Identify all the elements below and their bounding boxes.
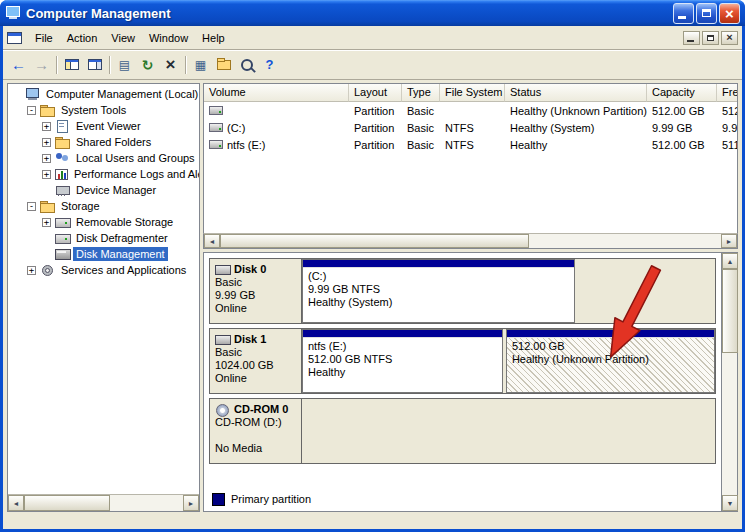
tree-item-services-and-applications[interactable]: + Services and Applications xyxy=(8,262,199,278)
volume-list: VolumeLayoutTypeFile SystemStatusCapacit… xyxy=(203,83,738,233)
menu-action[interactable]: Action xyxy=(60,30,105,46)
tree-item-event-viewer[interactable]: + Event Viewer xyxy=(8,118,199,134)
close-button[interactable]: × xyxy=(719,3,740,24)
back-button[interactable]: ← xyxy=(7,54,30,76)
volume-type: Basic xyxy=(402,122,440,134)
volume-layout: Partition xyxy=(349,122,402,134)
tree-item-computer-management-local[interactable]: Computer Management (Local) xyxy=(8,86,199,102)
attributes-button[interactable]: ▦ xyxy=(189,54,212,76)
volume-row[interactable]: (C:) Partition Basic NTFS Healthy (Syste… xyxy=(204,119,737,136)
disk-header[interactable]: Disk 0 Basic 9.99 GB Online xyxy=(210,259,302,323)
tree-item-disk-defragmenter[interactable]: Disk Defragmenter xyxy=(8,230,199,246)
disk-view-vertical-scrollbar[interactable]: ▲ ▼ xyxy=(722,252,738,512)
title-bar[interactable]: Computer Management × xyxy=(0,0,745,26)
column-header-file-system[interactable]: File System xyxy=(440,84,505,102)
minimize-button[interactable] xyxy=(673,3,694,24)
properties-button[interactable]: ▤ xyxy=(113,54,136,76)
mdi-close-button[interactable]: × xyxy=(721,31,738,45)
tree-item-label: Disk Management xyxy=(73,247,168,261)
menu-bar: FileActionViewWindowHelp × xyxy=(3,26,742,50)
console-window-icon[interactable] xyxy=(7,32,22,44)
scroll-left-icon[interactable]: ◄ xyxy=(8,495,24,511)
volume-free-space: 511.99 GB xyxy=(717,139,738,151)
storage-icon xyxy=(40,200,55,213)
tree-item-disk-management[interactable]: Disk Management xyxy=(8,246,199,262)
expander-icon[interactable]: + xyxy=(42,122,51,131)
volume-capacity: 512.00 GB xyxy=(647,139,717,151)
scrollbar-thumb[interactable] xyxy=(220,234,529,248)
mdi-minimize-button[interactable] xyxy=(683,31,700,45)
column-header-volume[interactable]: Volume xyxy=(204,84,349,102)
forward-button[interactable]: → xyxy=(30,54,53,76)
menu-window[interactable]: Window xyxy=(142,30,195,46)
scrollbar-thumb[interactable] xyxy=(24,495,110,511)
scroll-right-icon[interactable]: ► xyxy=(721,234,737,248)
volume-type: Basic xyxy=(402,105,440,117)
disk-header[interactable]: Disk 1 Basic 1024.00 GB Online xyxy=(210,329,302,393)
volume-free-space: 9.99 GB xyxy=(717,122,738,134)
show-action-pane-button[interactable] xyxy=(83,54,106,76)
tree-horizontal-scrollbar[interactable]: ◄ ► xyxy=(8,494,199,511)
expander-icon[interactable]: + xyxy=(42,154,51,163)
disk-name: Disk 1 xyxy=(234,333,266,345)
tree-item-local-users-and-groups[interactable]: + Local Users and Groups xyxy=(8,150,199,166)
volume-list-body: Partition Basic Healthy (Unknown Partiti… xyxy=(204,102,737,153)
column-header-capacity[interactable]: Capacity xyxy=(647,84,717,102)
column-header-status[interactable]: Status xyxy=(505,84,647,102)
disk-name: CD-ROM 0 xyxy=(234,403,288,415)
tree-item-system-tools[interactable]: - System Tools xyxy=(8,102,199,118)
tree-item-device-manager[interactable]: Device Manager xyxy=(8,182,199,198)
expander-icon[interactable]: - xyxy=(27,202,36,211)
legend-label: Primary partition xyxy=(231,493,311,505)
mdi-minimize-icon xyxy=(687,40,694,42)
partition[interactable]: ntfs (E:) 512.00 GB NTFS Healthy xyxy=(302,329,503,393)
expander-icon[interactable]: + xyxy=(42,170,51,179)
scroll-down-icon[interactable]: ▼ xyxy=(722,495,738,511)
zoom-button[interactable] xyxy=(235,54,258,76)
show-console-tree-button[interactable] xyxy=(60,54,83,76)
maximize-button[interactable] xyxy=(696,3,717,24)
scrollbar-thumb[interactable] xyxy=(722,269,738,353)
volume-list-horizontal-scrollbar[interactable]: ◄ ► xyxy=(203,233,738,249)
tree-item-storage[interactable]: - Storage xyxy=(8,198,199,214)
menu-file[interactable]: File xyxy=(28,30,60,46)
disk-drive-icon xyxy=(215,334,230,345)
tree-item-shared-folders[interactable]: + Shared Folders xyxy=(8,134,199,150)
partition-color-strip xyxy=(303,330,502,338)
partition-status: Healthy (System) xyxy=(308,296,569,309)
volume-type: Basic xyxy=(402,139,440,151)
refresh-button[interactable]: ↻ xyxy=(136,54,159,76)
open-button[interactable] xyxy=(212,54,235,76)
disk-defragmenter-icon xyxy=(55,232,70,245)
volume-row[interactable]: Partition Basic Healthy (Unknown Partiti… xyxy=(204,102,737,119)
scroll-left-icon[interactable]: ◄ xyxy=(204,234,220,248)
expander-icon[interactable]: + xyxy=(27,266,36,275)
column-header-layout[interactable]: Layout xyxy=(349,84,402,102)
menu-help[interactable]: Help xyxy=(195,30,232,46)
help-button[interactable]: ? xyxy=(258,54,281,76)
scroll-up-icon[interactable]: ▲ xyxy=(722,253,738,269)
volume-status: Healthy (Unknown Partition) xyxy=(505,105,647,117)
expander-icon[interactable]: + xyxy=(42,138,51,147)
disk-row-disk-1: Disk 1 Basic 1024.00 GB Online ntfs (E:)… xyxy=(209,328,716,394)
minimize-icon xyxy=(678,16,686,19)
tree-item-performance-logs-and-alerts[interactable]: + Performance Logs and Alerts xyxy=(8,166,199,182)
menu-view[interactable]: View xyxy=(104,30,142,46)
expander-icon[interactable]: + xyxy=(42,218,51,227)
column-header-type[interactable]: Type xyxy=(402,84,440,102)
partition[interactable]: 512.00 GB Healthy (Unknown Partition) xyxy=(506,329,715,393)
delete-button[interactable]: × xyxy=(159,54,182,76)
column-header-free-space[interactable]: Free Space xyxy=(717,84,737,102)
tree-item-label: Storage xyxy=(58,199,103,213)
computer-icon xyxy=(25,88,40,101)
expander-icon[interactable]: - xyxy=(27,106,36,115)
disk-graphical-view: Disk 0 Basic 9.99 GB Online (C:) 9.99 GB… xyxy=(203,252,738,512)
volume-row[interactable]: ntfs (E:) Partition Basic NTFS Healthy 5… xyxy=(204,136,737,153)
partition[interactable]: (C:) 9.99 GB NTFS Healthy (System) xyxy=(302,259,575,323)
mdi-restore-button[interactable] xyxy=(702,31,719,45)
disk-header[interactable]: CD-ROM 0 CD-ROM (D:) No Media xyxy=(210,399,302,463)
scroll-right-icon[interactable]: ► xyxy=(183,495,199,511)
tree-item-removable-storage[interactable]: + Removable Storage xyxy=(8,214,199,230)
disk-status: Online xyxy=(215,372,296,385)
partition-name: ntfs (E:) xyxy=(308,340,497,353)
